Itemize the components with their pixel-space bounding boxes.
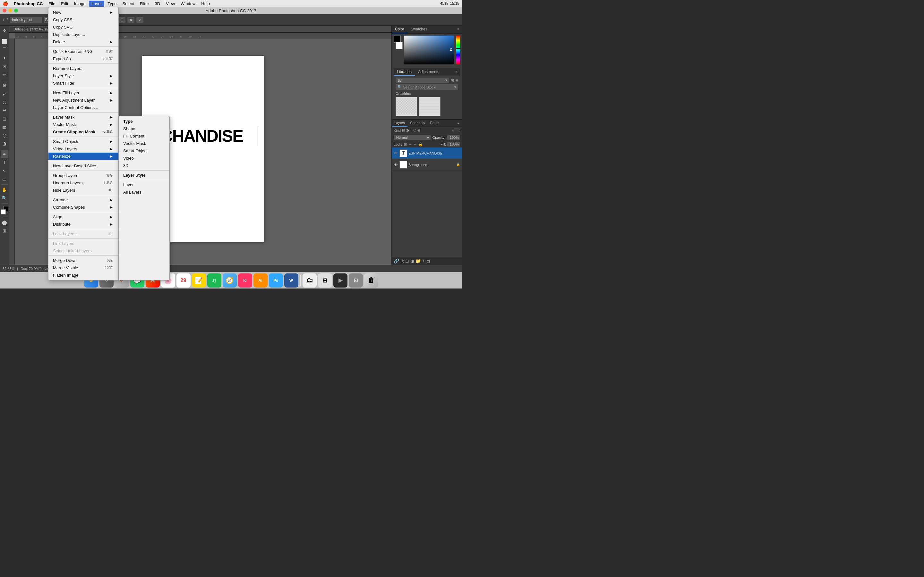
tab-channels[interactable]: Channels	[407, 119, 427, 127]
menu-item-new-adj[interactable]: New Adjustment Layer ▶	[48, 97, 118, 104]
menu-item-smart-objects[interactable]: Smart Objects ▶	[48, 138, 118, 145]
dock-photoshop[interactable]: Ps	[269, 274, 283, 287]
menu-image[interactable]: Image	[71, 1, 88, 7]
brush-tool[interactable]: 🖌	[1, 90, 8, 97]
layer-vis-esp[interactable]: 👁	[394, 151, 398, 155]
add-link-icon[interactable]: 🔗	[394, 258, 399, 263]
lock-position-icon[interactable]: ✏	[409, 142, 412, 147]
menu-item-layer-content[interactable]: Layer Content Options...	[48, 104, 118, 111]
maximize-button[interactable]	[14, 9, 18, 13]
marquee-tool[interactable]: ⬜	[1, 37, 8, 45]
pen-tool[interactable]: ✒	[1, 150, 8, 158]
tab-adjustments[interactable]: Adjustments	[415, 68, 443, 76]
tab-libraries[interactable]: Libraries	[394, 68, 415, 76]
apple-menu[interactable]: 🍎	[3, 1, 8, 6]
color-gradient-picker[interactable]	[404, 35, 454, 64]
screen-mode-button[interactable]: ⊞	[1, 227, 8, 235]
dock-misc[interactable]: ⊡	[349, 274, 363, 287]
rasterize-vector-mask[interactable]: Vector Mask	[119, 140, 170, 147]
stock-search-dropdown-icon[interactable]: ▾	[454, 85, 456, 89]
library-selector[interactable]: Stir ▾	[396, 77, 449, 83]
add-effect-icon[interactable]: fx	[401, 258, 404, 263]
menu-item-video-layers[interactable]: Video Layers ▶	[48, 145, 118, 153]
background-color[interactable]	[1, 210, 6, 214]
menu-item-export-as[interactable]: Export As... ⌥⇧⌘'	[48, 55, 118, 63]
lasso-tool[interactable]: ⌒	[1, 46, 8, 53]
menu-item-arrange[interactable]: Arrange ▶	[48, 196, 118, 203]
menu-item-duplicate[interactable]: Duplicate Layer...	[48, 31, 118, 38]
menu-item-vector-mask[interactable]: Vector Mask ▶	[48, 121, 118, 128]
rasterize-type[interactable]: Type	[119, 118, 170, 125]
tab-color[interactable]: Color	[392, 26, 407, 33]
rasterize-all-layers[interactable]: All Layers	[119, 189, 170, 196]
dock-safari[interactable]: 🧭	[223, 274, 237, 287]
gradient-cursor[interactable]	[450, 48, 452, 51]
background-swatch[interactable]	[396, 42, 403, 49]
eyedropper-tool[interactable]: ✏	[1, 71, 8, 79]
close-button[interactable]	[3, 9, 6, 13]
lock-all-icon[interactable]: 🔒	[418, 142, 423, 147]
dock-trash[interactable]: 🗑	[364, 274, 378, 287]
blur-tool[interactable]: ◌	[1, 131, 8, 139]
graphic-tile-1[interactable]	[396, 97, 417, 116]
graphic-tile-2[interactable]	[419, 97, 441, 116]
menu-view[interactable]: View	[163, 1, 178, 7]
menu-item-merge-visible[interactable]: Merge Visible ⇧⌘E	[48, 264, 118, 271]
menu-item-link-layers[interactable]: Link Layers	[48, 240, 118, 247]
menu-item-merge-down[interactable]: Merge Down ⌘E	[48, 257, 118, 264]
dock-indesign[interactable]: Id	[238, 274, 252, 287]
libraries-menu-icon[interactable]: ≡	[453, 68, 460, 76]
path-selection-tool[interactable]: ↖	[1, 167, 8, 175]
menu-item-quick-export[interactable]: Quick Export as PNG ⇧⌘'	[48, 48, 118, 55]
menu-item-rasterize[interactable]: Rasterize ▶	[48, 153, 118, 160]
hand-tool[interactable]: ✋	[1, 186, 8, 193]
library-grid-view-icon[interactable]: ⊞	[451, 78, 454, 83]
library-list-view-icon[interactable]: ≡	[456, 78, 458, 83]
menu-item-align[interactable]: Align ▶	[48, 213, 118, 221]
font-family-input[interactable]	[10, 17, 42, 23]
menu-item-rename[interactable]: Rename Layer...	[48, 65, 118, 72]
crop-tool[interactable]: ⊡	[1, 63, 8, 70]
type-tool[interactable]: T	[1, 159, 8, 166]
foreground-swatch[interactable]	[394, 35, 401, 43]
menu-item-layer-style[interactable]: Layer Style ▶	[48, 72, 118, 79]
lock-move-icon[interactable]: ✛	[414, 142, 417, 147]
menu-select[interactable]: Select	[120, 1, 136, 7]
dock-finder2[interactable]: 🗂	[302, 274, 317, 287]
menu-help[interactable]: Help	[199, 1, 212, 7]
hue-slider[interactable]	[456, 35, 460, 64]
menu-item-copy-svg[interactable]: Copy SVG	[48, 23, 118, 31]
rasterize-fill[interactable]: Fill Content	[119, 132, 170, 140]
filter-pixel-icon[interactable]: ⊡	[402, 128, 405, 132]
dock-illustrator[interactable]: Ai	[254, 274, 268, 287]
tab-paths[interactable]: Paths	[428, 119, 442, 127]
add-mask-icon[interactable]: ⊡	[405, 258, 409, 263]
filter-smart-icon[interactable]: ◎	[417, 128, 421, 132]
healing-tool[interactable]: ⊕	[1, 81, 8, 89]
layer-esp-merchandise[interactable]: 👁 T ESP MERCHANDISE	[392, 147, 462, 159]
menu-item-select-linked[interactable]: Select Linked Layers	[48, 247, 118, 255]
fill-input[interactable]	[447, 142, 460, 147]
filter-adj-icon[interactable]: ◑	[406, 128, 409, 132]
menu-item-new-slice[interactable]: New Layer Based Slice	[48, 162, 118, 169]
quick-mask-button[interactable]: ⬤	[1, 219, 8, 226]
clone-stamp-tool[interactable]: ◎	[1, 98, 8, 106]
menu-edit[interactable]: Edit	[58, 1, 71, 7]
menu-item-ungroup[interactable]: Ungroup Layers ⇧⌘G	[48, 179, 118, 187]
app-name[interactable]: Photoshop CC	[11, 1, 45, 7]
menu-item-hide[interactable]: Hide Layers ⌘,	[48, 187, 118, 194]
eraser-tool[interactable]: ◻	[1, 115, 8, 122]
gradient-tool[interactable]: ▦	[1, 123, 8, 131]
new-layer-icon[interactable]: +	[422, 258, 425, 263]
dock-spotify[interactable]: ♫	[207, 274, 221, 287]
tab-swatches[interactable]: Swatches	[407, 26, 431, 33]
menu-file[interactable]: File	[46, 1, 58, 7]
menu-item-combine[interactable]: Combine Shapes ▶	[48, 203, 118, 211]
minimize-button[interactable]	[8, 9, 12, 13]
rasterize-shape[interactable]: Shape	[119, 125, 170, 132]
dock-notes[interactable]: 📝	[192, 274, 206, 287]
menu-item-group[interactable]: Group Layers ⌘G	[48, 172, 118, 179]
blend-mode-select[interactable]: Normal	[394, 135, 431, 140]
shape-tool[interactable]: ▭	[1, 175, 8, 183]
layers-menu-icon[interactable]: ≡	[455, 119, 462, 127]
